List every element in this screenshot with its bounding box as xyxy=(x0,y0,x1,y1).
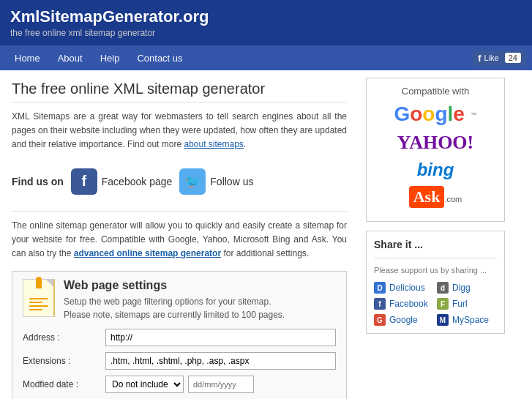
digg-icon: d xyxy=(437,282,449,294)
nav-home[interactable]: Home xyxy=(6,48,49,68)
nav-help[interactable]: Help xyxy=(91,48,129,68)
furl-icon: F xyxy=(437,298,449,310)
intro-text: XML Sitemaps are a great way for webmast… xyxy=(12,110,347,152)
site-title: XmlSitemapGenerator.org xyxy=(10,7,522,26)
share-grid: D Delicious d Digg f Facebook F Furl G xyxy=(374,282,497,326)
facebook-page-label: Facebook page xyxy=(102,176,173,187)
address-label: Address : xyxy=(23,332,100,343)
nav-about[interactable]: About xyxy=(49,48,91,68)
divider xyxy=(12,211,347,212)
about-sitemaps-link[interactable]: about sitemaps xyxy=(184,139,243,149)
modified-select[interactable]: Do not include Include xyxy=(105,376,184,393)
compat-title: Compatible with xyxy=(374,86,497,97)
extensions-input[interactable] xyxy=(105,352,336,370)
settings-desc: Setup the web page filtering options for… xyxy=(64,295,285,321)
settings-box: Web page settings Setup the web page fil… xyxy=(12,271,347,399)
like-count: 24 xyxy=(505,53,521,63)
desc-text: The online sitemap generator will allow … xyxy=(12,219,347,261)
left-content: The free online XML sitemap generator XM… xyxy=(0,70,359,399)
facebook-like-button[interactable]: f Like 24 xyxy=(473,51,526,66)
settings-text: Web page settings Setup the web page fil… xyxy=(64,279,285,321)
settings-title: Web page settings xyxy=(64,279,285,292)
delicious-label: Delicious xyxy=(389,283,425,293)
clip-icon xyxy=(36,277,42,288)
fb-icon: f xyxy=(478,53,481,64)
site-header: XmlSitemapGenerator.org the free online … xyxy=(0,0,532,45)
facebook-icon: f xyxy=(71,168,97,195)
share-subtitle: Please support us by sharing ... xyxy=(374,266,497,275)
doc-line xyxy=(29,302,42,303)
nav-contact[interactable]: Contact us xyxy=(128,48,191,68)
myspace-label: MySpace xyxy=(452,315,489,325)
settings-header: Web page settings Setup the web page fil… xyxy=(23,279,336,321)
modified-date-inputs: Do not include Include dd/mm/yyyy xyxy=(105,376,254,393)
like-label: Like xyxy=(484,53,499,62)
address-input[interactable] xyxy=(105,329,336,346)
share-facebook[interactable]: f Facebook xyxy=(374,298,434,310)
share-divider xyxy=(374,258,497,258)
advanced-link[interactable]: advanced online sitemap generator xyxy=(74,248,221,258)
navbar: Home About Help Contact us f Like 24 xyxy=(0,45,532,70)
doc-lines xyxy=(29,298,48,310)
extensions-label: Extensions : xyxy=(23,356,100,366)
doc-line xyxy=(29,309,42,310)
address-row: Address : xyxy=(23,329,336,346)
myspace-icon: M xyxy=(437,314,449,326)
share-myspace[interactable]: M MySpace xyxy=(437,314,497,326)
right-sidebar: Compatible with Google ™ YAHOO! bing Ask… xyxy=(359,70,512,399)
delicious-icon: D xyxy=(374,282,386,294)
digg-label: Digg xyxy=(452,283,471,293)
site-subtitle: the free online xml sitemap generator xyxy=(10,28,522,38)
social-bar: Find us on f Facebook page 🐦 Follow us xyxy=(12,164,347,199)
share-furl[interactable]: F Furl xyxy=(437,298,497,310)
twitter-icon: 🐦 xyxy=(179,168,206,195)
share-title: Share it ... xyxy=(374,239,497,250)
google-share-label: Google xyxy=(389,315,418,325)
share-google[interactable]: G Google xyxy=(374,314,434,326)
google-logo: Google ™ xyxy=(374,102,497,126)
modified-date-row: Modfied date : Do not include Include dd… xyxy=(23,376,336,393)
ask-logo: Ask .com xyxy=(374,186,497,208)
twitter-follow-button[interactable]: 🐦 Follow us xyxy=(179,168,253,195)
facebook-page-button[interactable]: f Facebook page xyxy=(71,168,173,195)
date-placeholder: dd/mm/yyyy xyxy=(188,376,254,393)
date-format: dd/mm/yyyy xyxy=(193,380,236,389)
page-title: The free online XML sitemap generator xyxy=(12,81,347,102)
share-delicious[interactable]: D Delicious xyxy=(374,282,434,294)
main-layout: The free online XML sitemap generator XM… xyxy=(0,70,532,399)
compat-box: Compatible with Google ™ YAHOO! bing Ask… xyxy=(366,78,505,222)
doc-line xyxy=(29,305,48,307)
extensions-row: Extensions : xyxy=(23,352,336,370)
facebook-share-icon: f xyxy=(374,298,386,310)
share-box: Share it ... Please support us by sharin… xyxy=(366,231,505,334)
modified-label: Modfied date : xyxy=(23,379,100,389)
google-share-icon: G xyxy=(374,314,386,326)
navbar-right: f Like 24 xyxy=(473,51,526,66)
bing-logo: bing xyxy=(374,160,497,180)
find-us-label: Find us on xyxy=(12,176,64,187)
yahoo-logo: YAHOO! xyxy=(374,132,497,154)
facebook-share-label: Facebook xyxy=(389,299,428,309)
doc-line xyxy=(29,298,48,299)
follow-us-label: Follow us xyxy=(210,176,253,187)
furl-label: Furl xyxy=(452,299,468,309)
document-icon xyxy=(23,279,55,317)
share-digg[interactable]: d Digg xyxy=(437,282,497,294)
